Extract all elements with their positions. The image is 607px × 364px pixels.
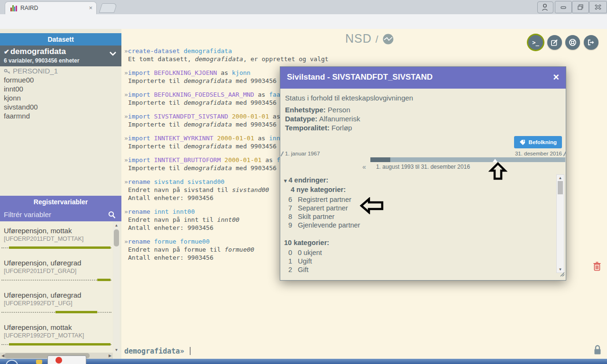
property-row: Datatype: Alfanumerisk — [285, 114, 360, 123]
command-segment: SIVSTANDFDT_SIVSTAND — [154, 113, 229, 120]
dataset-name: demografidata — [10, 47, 66, 56]
variable-item[interactable]: sivstand00 — [0, 102, 121, 111]
period-row: « 1. august 1993 til 31. desember 2016 — [280, 164, 566, 170]
availability-timeline — [1, 342, 111, 345]
output-segment: Et tomt datasett, — [128, 55, 195, 63]
edit-pencil-icon — [551, 38, 559, 46]
terminal-icon: >_ — [532, 39, 539, 46]
variable-name: formue00 — [4, 76, 34, 84]
filter-row[interactable]: Filtrér variabler — [0, 209, 121, 221]
command-segment: as — [254, 91, 269, 98]
timeline-track-segment[interactable] — [370, 157, 390, 162]
exit-icon — [587, 38, 595, 46]
category-label: Gjenlevende partner — [298, 221, 360, 229]
category-row: 00 ukjent — [288, 248, 322, 257]
registervariabler-panel-header[interactable]: Registervariabler — [0, 196, 121, 209]
categories-scroll-area: ▾4 endringer: 4 nye kategorier: 6Registr… — [280, 173, 566, 279]
output-segment: demografidata — [184, 143, 232, 150]
resize-grip-icon — [559, 271, 565, 277]
start-orb-icon[interactable] — [6, 360, 18, 364]
dataset-block[interactable]: ✔demografidata 6 variabler, 9903456 enhe… — [0, 46, 121, 66]
variable-item[interactable]: PERSONID_1 — [0, 66, 121, 75]
command-segment: create-dataset — [128, 47, 184, 55]
modal-scrollbar[interactable]: ▲ ▼ — [556, 174, 564, 273]
register-variable-item[interactable]: Uførepensjon, mottak[UFOERP1992FDT_MOTTA… — [0, 318, 113, 350]
trash-icon — [593, 262, 601, 271]
category-row: 7Separert partner — [288, 204, 360, 212]
scroll-up-icon[interactable]: ▲ — [113, 223, 120, 228]
variable-name: sivstand00 — [4, 103, 38, 111]
console-prompt[interactable]: demografidata» — [124, 347, 191, 355]
changes-header[interactable]: ▾4 endringer: — [284, 176, 328, 184]
window-minimize-button[interactable] — [555, 1, 572, 13]
availability-timeline — [1, 310, 111, 313]
command-segment: 2000-01-01 — [217, 135, 254, 142]
recording-popup-window[interactable] — [47, 355, 86, 364]
timeline-marker[interactable] — [493, 159, 497, 162]
variable-item[interactable]: innt00 — [0, 84, 121, 93]
dataset-variable-list: PERSONID_1formue00innt00kjonnsivstand00f… — [0, 66, 121, 120]
scroll-right-icon[interactable]: ▶ — [107, 353, 113, 359]
output-segment: Endret navn på innt til — [128, 216, 217, 223]
variable-item[interactable]: formue00 — [0, 75, 121, 84]
profile-button[interactable] — [537, 1, 553, 13]
datasett-panel-header[interactable]: Datasett — [0, 33, 121, 46]
prompt-char: » — [124, 91, 128, 98]
register-variable-title: Uførepensjon, uføregrad — [0, 259, 113, 267]
register-variable-item[interactable]: Uførepensjon, uføregrad[UFOERP2011FDT_GR… — [0, 254, 113, 286]
category-code: 9 — [288, 221, 294, 229]
category-code: 7 — [288, 204, 294, 212]
variable-item[interactable]: faarmnd — [0, 111, 121, 120]
annotation-up-arrow-icon — [488, 162, 507, 181]
availability-bar — [9, 246, 110, 249]
prompt-text: demografidata» — [124, 347, 184, 355]
timeline-track[interactable] — [370, 157, 565, 162]
new-tab-button[interactable] — [99, 3, 117, 13]
variable-name: PERSONID_1 — [13, 67, 58, 75]
trash-button[interactable] — [593, 262, 601, 273]
command-segment: INNTEKT_WYRKINNT — [154, 135, 213, 142]
variable-detail-modal: Sivilstand - SIVSTANDFDT_SIVSTAND × Stat… — [280, 66, 566, 281]
output-segment: demografidata — [184, 121, 232, 128]
category-row: 6Registrert partner — [288, 195, 360, 204]
register-variable-title: Uførepensjon, mottak — [0, 323, 113, 332]
register-variable-item[interactable]: Uførepensjon, uføregrad[UFOERP1992FDT_UF… — [0, 286, 113, 318]
resize-grip[interactable] — [559, 270, 565, 279]
logo-divider: / — [376, 34, 379, 45]
command-segment: rename — [128, 208, 154, 215]
scroll-up-icon[interactable]: ▲ — [557, 176, 564, 180]
output-segment: Importerte til — [128, 121, 184, 128]
befolkning-tag-button[interactable]: Befolkning — [514, 136, 562, 148]
prompt-char: » — [124, 135, 128, 142]
command-line: »create-dataset demografidata — [124, 47, 598, 55]
register-variable-title: Uførepensjon, mottak — [0, 227, 113, 235]
lock-button[interactable] — [593, 345, 602, 357]
chevron-down-icon[interactable] — [109, 49, 117, 58]
scroll-down-icon[interactable]: ▼ — [113, 348, 120, 352]
window-restore-button[interactable] — [572, 1, 589, 13]
tab-close-icon[interactable]: × — [89, 4, 92, 11]
browser-tab[interactable]: RAIRD × — [5, 1, 97, 15]
output-segment: Importerte til — [128, 143, 184, 150]
scrollbar-thumb[interactable] — [558, 181, 563, 194]
previous-period-icon[interactable]: « — [362, 163, 366, 171]
window-close-button[interactable] — [589, 1, 607, 13]
modal-close-icon[interactable]: × — [553, 71, 559, 83]
command-segment: 2000-01-01 — [232, 113, 269, 120]
register-variable-item[interactable]: Uførepensjon, mottak[UFOERP2011FDT_MOTTA… — [0, 221, 113, 254]
output-segment: formue00 — [225, 246, 255, 253]
scrollbar-thumb[interactable] — [114, 229, 119, 246]
filter-input[interactable]: Filtrér variabler — [4, 210, 51, 218]
category-code: 6 — [288, 195, 294, 204]
availability-timeline — [1, 246, 111, 248]
register-variable-title: Uførepensjon, uføregrad — [0, 291, 113, 300]
command-segment: as — [254, 135, 269, 142]
command-segment: rename — [128, 238, 154, 245]
sidebar-vertical-scrollbar[interactable]: ▲ ▼ — [113, 223, 120, 353]
search-icon[interactable] — [108, 211, 116, 219]
variable-item[interactable]: kjonn — [0, 93, 121, 102]
folder-icon[interactable] — [36, 360, 42, 364]
variable-name: faarmnd — [4, 112, 30, 120]
category-row: 1Ugift — [288, 257, 322, 265]
console-block: »create-dataset demografidataEt tomt dat… — [124, 47, 598, 63]
